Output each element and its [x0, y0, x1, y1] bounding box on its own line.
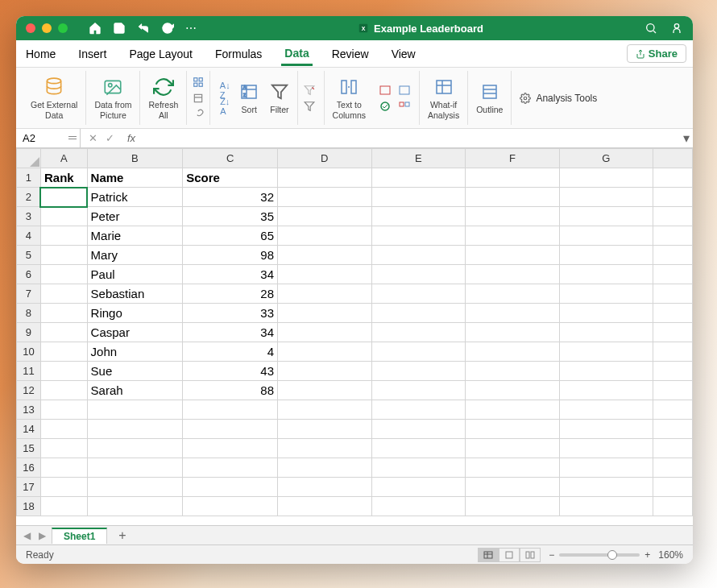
cell-D18[interactable]	[278, 497, 372, 516]
row-header-8[interactable]: 8	[17, 304, 41, 323]
cell-B13[interactable]	[87, 400, 183, 420]
cell-D10[interactable]	[278, 342, 372, 362]
filter-button[interactable]: Filter	[262, 71, 297, 125]
cell-A16[interactable]	[40, 458, 87, 478]
cell-extra-2[interactable]	[653, 188, 693, 207]
row-header-9[interactable]: 9	[17, 323, 41, 342]
cell-B12[interactable]: Sarah	[87, 381, 183, 400]
cell-B4[interactable]: Marie	[87, 226, 183, 246]
cell-F3[interactable]	[466, 207, 560, 226]
save-icon[interactable]	[113, 22, 126, 35]
cell-extra-14[interactable]	[653, 420, 693, 439]
cell-F8[interactable]	[466, 304, 560, 323]
search-icon[interactable]	[644, 22, 657, 35]
cell-G18[interactable]	[559, 497, 653, 516]
cell-B15[interactable]	[87, 439, 183, 458]
prev-sheet-icon[interactable]: ◀	[21, 530, 33, 541]
cell-extra-1[interactable]	[653, 168, 693, 188]
cell-G5[interactable]	[559, 246, 653, 265]
cell-G15[interactable]	[559, 439, 653, 458]
row-header-12[interactable]: 12	[17, 381, 41, 400]
row-header-6[interactable]: 6	[17, 265, 41, 284]
tab-formulas[interactable]: Formulas	[212, 43, 265, 65]
cell-G12[interactable]	[559, 381, 653, 400]
cell-C13[interactable]	[183, 400, 278, 420]
cell-B7[interactable]: Sebastian	[87, 284, 183, 304]
cell-C5[interactable]: 98	[183, 246, 278, 265]
column-header-F[interactable]: F	[466, 149, 560, 168]
cell-extra-11[interactable]	[653, 362, 693, 381]
advanced-filter-icon[interactable]	[301, 99, 317, 114]
cell-E16[interactable]	[371, 458, 466, 478]
cell-F1[interactable]	[466, 168, 560, 188]
row-header-13[interactable]: 13	[17, 400, 41, 420]
column-header-E[interactable]: E	[371, 149, 466, 168]
sort-desc-icon[interactable]: Z↓A	[217, 99, 233, 114]
cell-F11[interactable]	[466, 362, 560, 381]
cell-extra-17[interactable]	[653, 478, 693, 497]
row-header-15[interactable]: 15	[17, 439, 41, 458]
cell-A2[interactable]	[40, 188, 87, 207]
cell-D12[interactable]	[278, 381, 372, 400]
cell-F10[interactable]	[466, 342, 560, 362]
cell-E6[interactable]	[371, 265, 466, 284]
cell-B6[interactable]: Paul	[87, 265, 183, 284]
cell-C12[interactable]: 88	[183, 381, 278, 400]
tab-view[interactable]: View	[388, 43, 419, 65]
cell-B11[interactable]: Sue	[87, 362, 183, 381]
cell-G10[interactable]	[559, 342, 653, 362]
cell-D6[interactable]	[278, 265, 372, 284]
cell-extra-7[interactable]	[653, 284, 693, 304]
share-button[interactable]: Share	[627, 44, 686, 63]
column-header-D[interactable]: D	[278, 149, 372, 168]
connections-icon[interactable]	[190, 75, 206, 89]
cell-extra-5[interactable]	[653, 246, 693, 265]
properties-icon[interactable]	[190, 91, 206, 106]
row-header-16[interactable]: 16	[17, 458, 41, 478]
cell-C14[interactable]	[183, 420, 278, 439]
cell-A8[interactable]	[40, 304, 87, 323]
cell-G14[interactable]	[559, 420, 653, 439]
cell-E10[interactable]	[371, 342, 466, 362]
refresh-all-button[interactable]: Refresh All	[140, 71, 187, 125]
cell-G3[interactable]	[559, 207, 653, 226]
cell-E4[interactable]	[371, 226, 466, 246]
cell-extra-6[interactable]	[653, 265, 693, 284]
cell-D4[interactable]	[278, 226, 372, 246]
cell-F13[interactable]	[466, 400, 560, 420]
cell-B14[interactable]	[87, 420, 183, 439]
maximize-window-button[interactable]	[58, 23, 68, 33]
cell-C1[interactable]: Score	[183, 168, 278, 188]
cell-C3[interactable]: 35	[183, 207, 278, 226]
cell-D3[interactable]	[278, 207, 372, 226]
column-header-A[interactable]: A	[40, 149, 87, 168]
cell-D13[interactable]	[278, 400, 372, 420]
cell-E1[interactable]	[371, 168, 466, 188]
cell-E2[interactable]	[371, 188, 466, 207]
cell-D9[interactable]	[278, 323, 372, 342]
sort-asc-icon[interactable]: A↓Z	[217, 83, 233, 97]
what-if-button[interactable]: What-if Analysis	[420, 71, 468, 125]
tab-insert[interactable]: Insert	[75, 43, 110, 65]
fx-icon[interactable]: fx	[122, 132, 140, 144]
cell-extra-12[interactable]	[653, 381, 693, 400]
cell-D14[interactable]	[278, 420, 372, 439]
cell-G13[interactable]	[559, 400, 653, 420]
cell-C4[interactable]: 65	[183, 226, 278, 246]
cell-D17[interactable]	[278, 478, 372, 497]
cell-G6[interactable]	[559, 265, 653, 284]
cell-A9[interactable]	[40, 323, 87, 342]
edit-links-icon[interactable]	[190, 107, 206, 122]
cell-E3[interactable]	[371, 207, 466, 226]
cell-E13[interactable]	[371, 400, 466, 420]
cell-G17[interactable]	[559, 478, 653, 497]
cell-F5[interactable]	[466, 246, 560, 265]
row-header-1[interactable]: 1	[17, 168, 41, 188]
get-external-data-button[interactable]: Get External Data	[23, 71, 86, 125]
cell-C17[interactable]	[183, 478, 278, 497]
cell-D1[interactable]	[278, 168, 372, 188]
cell-G16[interactable]	[559, 458, 653, 478]
row-header-14[interactable]: 14	[17, 420, 41, 439]
cell-C8[interactable]: 33	[183, 304, 278, 323]
close-window-button[interactable]	[26, 23, 35, 33]
